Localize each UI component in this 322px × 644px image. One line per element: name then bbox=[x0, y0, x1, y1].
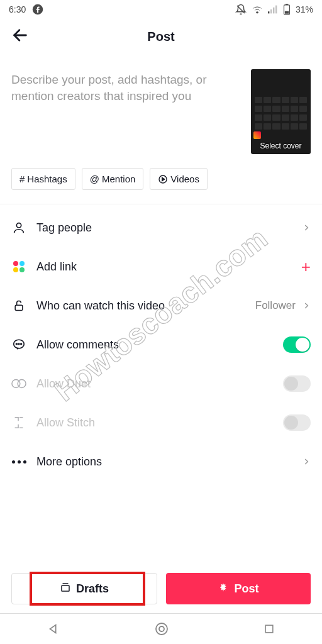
videos-chip[interactable]: Videos bbox=[150, 168, 208, 190]
allow-stitch-toggle bbox=[283, 414, 311, 431]
drafts-button[interactable]: Drafts bbox=[11, 573, 157, 604]
duet-icon bbox=[11, 377, 26, 390]
nav-recent-icon[interactable] bbox=[263, 623, 275, 635]
svg-point-12 bbox=[16, 223, 21, 228]
mention-chip[interactable]: @Mention bbox=[82, 168, 144, 190]
svg-point-24 bbox=[159, 626, 164, 631]
facebook-icon bbox=[32, 4, 43, 15]
hashtags-chip[interactable]: #Hashtags bbox=[11, 168, 75, 190]
nav-home-icon[interactable] bbox=[154, 621, 169, 636]
play-circle-icon bbox=[158, 174, 168, 184]
hash-icon: # bbox=[19, 174, 25, 184]
post-button[interactable]: Post bbox=[166, 573, 311, 604]
signal-icon bbox=[268, 5, 278, 14]
person-icon bbox=[11, 221, 26, 235]
allow-comments-toggle[interactable] bbox=[283, 336, 311, 353]
stitch-icon bbox=[11, 416, 26, 430]
svg-rect-5 bbox=[275, 6, 277, 14]
header: Post bbox=[0, 19, 322, 54]
at-icon: @ bbox=[90, 174, 99, 184]
status-time: 6:30 bbox=[9, 4, 26, 14]
svg-point-19 bbox=[18, 380, 26, 388]
back-button[interactable] bbox=[11, 26, 29, 47]
chevron-right-icon bbox=[302, 457, 311, 466]
svg-point-17 bbox=[21, 343, 22, 345]
allow-stitch-row: Allow Stitch bbox=[11, 403, 311, 442]
privacy-label: Who can watch this video bbox=[36, 299, 245, 313]
battery-icon bbox=[283, 4, 291, 15]
allow-duet-label: Allow Duet bbox=[36, 377, 273, 391]
lock-open-icon bbox=[11, 299, 26, 313]
select-cover-label: Select cover bbox=[251, 142, 311, 150]
system-nav bbox=[0, 614, 322, 644]
tag-people-label: Tag people bbox=[36, 221, 292, 235]
nav-back-icon[interactable] bbox=[47, 622, 60, 636]
more-options-label: More options bbox=[36, 455, 292, 469]
drafts-label: Drafts bbox=[76, 582, 109, 596]
add-link-row[interactable]: Add link + bbox=[11, 247, 311, 286]
apps-icon bbox=[11, 261, 26, 272]
svg-rect-20 bbox=[62, 586, 69, 591]
post-label: Post bbox=[234, 582, 258, 596]
svg-rect-8 bbox=[285, 11, 289, 14]
bell-off-icon bbox=[235, 4, 247, 15]
hashtags-chip-label: Hashtags bbox=[27, 174, 67, 184]
mention-chip-label: Mention bbox=[102, 174, 135, 184]
battery-percent: 31% bbox=[296, 4, 313, 14]
svg-point-15 bbox=[16, 343, 17, 345]
svg-marker-11 bbox=[162, 177, 165, 180]
cover-thumbnail[interactable]: Select cover bbox=[251, 69, 311, 154]
svg-rect-4 bbox=[273, 8, 274, 14]
allow-comments-row: Allow comments bbox=[11, 325, 311, 364]
sparkle-icon bbox=[218, 582, 229, 596]
allow-duet-toggle bbox=[283, 375, 311, 392]
svg-rect-2 bbox=[268, 11, 269, 13]
wifi-icon bbox=[252, 5, 263, 14]
svg-point-16 bbox=[18, 343, 19, 345]
allow-comments-label: Allow comments bbox=[36, 338, 273, 352]
chevron-right-icon bbox=[302, 301, 311, 310]
tag-people-row[interactable]: Tag people bbox=[11, 208, 311, 247]
page-title: Post bbox=[11, 30, 311, 44]
drafts-icon bbox=[60, 582, 71, 596]
comment-icon bbox=[11, 338, 26, 352]
privacy-value: Follower bbox=[255, 299, 296, 312]
more-options-row[interactable]: More options bbox=[11, 442, 311, 481]
more-icon bbox=[11, 460, 26, 464]
chevron-right-icon bbox=[302, 223, 311, 232]
add-link-label: Add link bbox=[36, 260, 291, 274]
privacy-row[interactable]: Who can watch this video Follower bbox=[11, 286, 311, 325]
status-bar: 6:30 31% bbox=[0, 0, 322, 19]
allow-stitch-label: Allow Stitch bbox=[36, 416, 273, 430]
divider bbox=[0, 204, 322, 204]
allow-duet-row: Allow Duet bbox=[11, 364, 311, 403]
svg-rect-25 bbox=[265, 625, 273, 633]
svg-point-23 bbox=[156, 623, 167, 635]
svg-rect-3 bbox=[270, 9, 272, 13]
svg-rect-13 bbox=[15, 305, 23, 310]
videos-chip-label: Videos bbox=[170, 174, 199, 184]
svg-marker-22 bbox=[50, 625, 56, 633]
plus-icon: + bbox=[301, 258, 311, 275]
caption-input[interactable]: Describe your post, add hashtags, or men… bbox=[11, 69, 242, 154]
svg-rect-7 bbox=[286, 4, 288, 5]
